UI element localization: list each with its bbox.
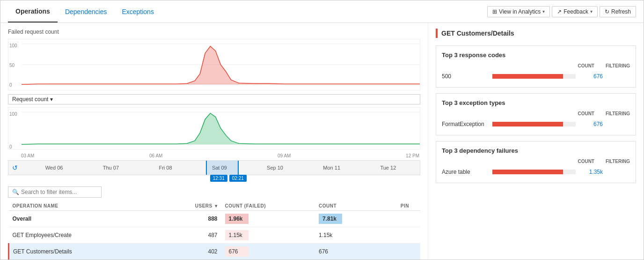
time-label-03am: 03 AM <box>21 153 34 158</box>
y-label-100: 100 <box>9 43 17 48</box>
operations-table: OPERATION NAME USERS ▾ COUNT (FAILED) CO… <box>8 201 420 260</box>
header: Operations Dependencies Exceptions ⊞ Vie… <box>0 0 644 23</box>
request-count-dropdown[interactable]: Request count ▾ <box>8 94 420 104</box>
row-count-customers: 676 <box>315 244 375 260</box>
row-name-employees: GET Employees/Create <box>9 227 164 244</box>
col-count-label-ex: COUNT <box>578 111 594 116</box>
col-filtering-label-ex: FILTERING <box>606 111 630 116</box>
dropdown-caret: ▾ <box>50 96 53 103</box>
col-header-users[interactable]: USERS ▾ <box>163 201 221 211</box>
row-failed-employees: 1.15k <box>221 227 315 244</box>
failed-request-title: Failed request count <box>8 29 420 35</box>
y-label-50: 50 <box>9 63 15 68</box>
right-panel-title: GET Customers/Details <box>441 30 514 37</box>
col-header-sparkline <box>375 201 389 211</box>
red-indicator <box>436 29 438 38</box>
stat-bar-azure <box>492 170 563 174</box>
stat-count-500: 676 <box>579 73 603 80</box>
header-actions: ⊞ View in Analytics ▾ ↗ Feedback ▾ ↻ Ref… <box>487 6 636 17</box>
stat-bar-container <box>492 74 576 79</box>
row-users-employees: 487 <box>163 227 221 244</box>
right-panel: GET Customers/Details Top 3 response cod… <box>428 23 644 260</box>
table-row[interactable]: Overall 888 1.96k 7.81k <box>9 211 421 227</box>
grid-icon: ⊞ <box>492 8 497 15</box>
feedback-button[interactable]: ↗ Feedback ▾ <box>552 6 598 17</box>
dependency-failures-card: Top 3 dependency failures COUNT FILTERIN… <box>436 141 636 183</box>
main-content: Failed request count 100 50 0 <box>0 23 644 260</box>
nav-day-fri: Fri 08 <box>159 165 172 171</box>
stat-row-500: 500 676 <box>442 71 630 82</box>
chart-x-labels: 03 AM 06 AM 09 AM 12 PM <box>8 153 420 158</box>
stat-bar-format <box>492 122 563 126</box>
nav-day-mon: Mon 11 <box>323 165 340 171</box>
y-label-0: 0 <box>9 82 12 88</box>
failed-chart-svg <box>22 39 420 90</box>
time-label-06am: 06 AM <box>149 153 162 158</box>
refresh-icon: ↻ <box>605 8 609 15</box>
stat-cols-response: COUNT FILTERING <box>442 63 630 68</box>
response-codes-title: Top 3 response codes <box>442 52 630 59</box>
col-count-label: COUNT <box>578 63 594 68</box>
time-label-12pm: 12 PM <box>406 153 419 158</box>
col-count-label-dep: COUNT <box>578 159 594 164</box>
stat-label-500: 500 <box>442 73 489 80</box>
request-count-chart: 100 0 <box>8 107 420 149</box>
caret-down-icon-2: ▾ <box>590 9 593 14</box>
stat-count-azure: 1.35k <box>579 169 603 175</box>
stat-label-azure: Azure table <box>442 169 489 175</box>
right-panel-header: GET Customers/Details <box>436 29 636 38</box>
table-header-row: OPERATION NAME USERS ▾ COUNT (FAILED) CO… <box>9 201 421 211</box>
nav-day-wed: Wed 06 <box>45 165 63 171</box>
refresh-button[interactable]: ↻ Refresh <box>600 6 636 17</box>
nav-day-thu: Thu 07 <box>103 165 119 171</box>
tab-bar: Operations Dependencies Exceptions <box>8 0 161 22</box>
tab-dependencies[interactable]: Dependencies <box>58 0 115 22</box>
time-selection[interactable] <box>206 161 239 175</box>
stat-cols-exception: COUNT FILTERING <box>442 111 630 116</box>
left-panel: Failed request count 100 50 0 <box>0 23 428 260</box>
col-header-name: OPERATION NAME <box>9 201 164 211</box>
stat-bar-container-dep <box>492 170 576 174</box>
request-chart-svg <box>22 108 420 149</box>
time-label-09am: 09 AM <box>278 153 291 158</box>
col-header-pin: PIN <box>389 201 420 211</box>
exception-types-card: Top 3 exception types COUNT FILTERING Fo… <box>436 93 636 135</box>
col-header-count: COUNT <box>315 201 375 211</box>
back-icon[interactable]: ↺ <box>8 164 22 171</box>
analytics-button[interactable]: ⊞ View in Analytics ▾ <box>487 6 550 17</box>
failed-request-chart: 100 50 0 <box>8 39 420 90</box>
stat-bar-container-ex <box>492 122 576 126</box>
search-input[interactable] <box>21 189 97 195</box>
row-count-overall: 7.81k <box>315 211 375 227</box>
search-icon: 🔍 <box>12 189 19 195</box>
col-filtering-label: FILTERING <box>606 63 630 68</box>
tab-exceptions[interactable]: Exceptions <box>114 0 161 22</box>
response-codes-card: Top 3 response codes COUNT FILTERING 500… <box>436 45 636 88</box>
nav-day-sep10: Sep 10 <box>267 165 283 171</box>
badge-time2: 02:21 <box>229 175 247 182</box>
stat-row-format: FormatException 676 <box>442 119 630 129</box>
svg-marker-6 <box>22 113 420 144</box>
dependency-failures-title: Top 3 dependency failures <box>442 147 630 154</box>
stat-row-azure: Azure table 1.35k <box>442 167 630 177</box>
stat-label-format: FormatException <box>442 121 489 127</box>
exception-types-title: Top 3 exception types <box>442 99 630 106</box>
sort-icon: ▾ <box>215 203 218 208</box>
col-header-count-failed: COUNT (FAILED) <box>221 201 315 211</box>
stat-bar-500 <box>492 74 563 79</box>
stat-count-format: 676 <box>579 121 603 127</box>
svg-marker-3 <box>22 46 420 84</box>
caret-down-icon: ▾ <box>542 9 545 14</box>
y2-label-0: 0 <box>9 144 12 149</box>
y2-label-100: 100 <box>9 111 17 117</box>
search-box[interactable]: 🔍 <box>8 186 102 198</box>
badge-time1: 12:31 <box>210 175 227 182</box>
row-name-overall: Overall <box>9 211 164 227</box>
table-row[interactable]: GET Employees/Create 487 1.15k 1.15k <box>9 227 421 244</box>
table-row[interactable]: GET Customers/Details 402 676 676 <box>9 244 421 260</box>
row-count-employees: 1.15k <box>315 227 375 244</box>
timeline-nav: ↺ Wed 06 Thu 07 Fri 08 Sat 09 Sep 10 Mon… <box>8 160 420 175</box>
feedback-icon: ↗ <box>557 8 562 15</box>
tab-operations[interactable]: Operations <box>8 0 58 22</box>
row-failed-customers: 676 <box>221 244 315 260</box>
